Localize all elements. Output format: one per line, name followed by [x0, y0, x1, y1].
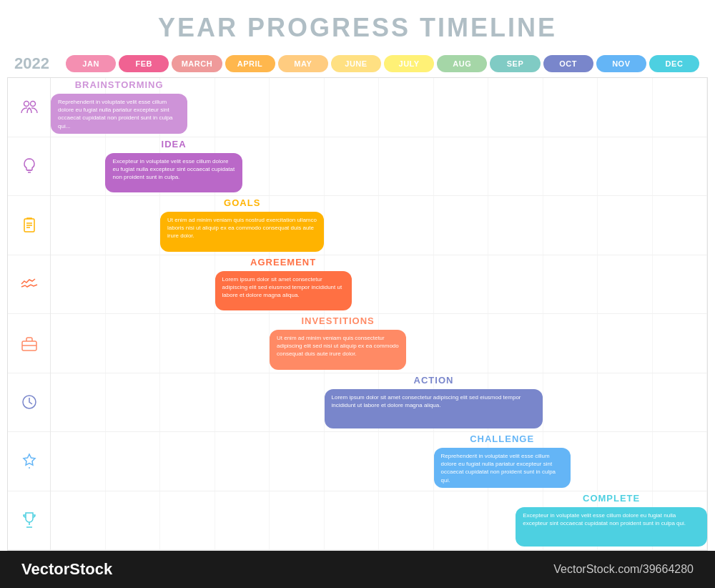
task-container-4: INVESTITIONSUt enim ad minim veniam quis… [51, 314, 707, 373]
icons-sidebar [8, 78, 51, 550]
task-bar-5: Lorem ipsum dolor sit amet consectetur a… [325, 389, 543, 429]
task-label-3: AGREEMENT [215, 257, 352, 268]
task-bar-1: Excepteur in voluptate velit esse cillum… [105, 153, 242, 193]
gantt-area: BRAINSTORMINGReprehenderit in voluptate … [51, 78, 707, 550]
month-pill-july: JULY [384, 55, 434, 72]
month-pill-sep: SEP [490, 55, 540, 72]
title-section: YEAR PROGRESS TIMELINE [0, 0, 715, 50]
task-container-7: COMPLETEExcepteur in voluptate velit ess… [51, 491, 707, 550]
icon-idea [8, 137, 50, 197]
gantt-row-1: IDEAExcepteur in voluptate velit esse ci… [51, 137, 707, 197]
task-label-0: BRAINSTORMING [51, 79, 187, 90]
task-label-2: GOALS [160, 197, 325, 208]
timeline-header: 2022 JANFEBMARCHAPRILMAYJUNEJULYAUGSEPOC… [0, 50, 715, 77]
icon-investitions [8, 314, 50, 373]
task-bar-6: Reprehenderit in voluptate velit esse ci… [434, 448, 571, 488]
month-pill-jan: JAN [66, 55, 116, 72]
task-container-2: GOALSUt enim ad minim veniam quis nostru… [51, 196, 707, 255]
icon-challenge [8, 432, 50, 491]
task-bar-2: Ut enim ad minim veniam quis nostrud exe… [160, 212, 325, 252]
month-pill-march: MARCH [172, 55, 222, 72]
gantt-row-6: CHALLENGEReprehenderit in voluptate veli… [51, 432, 707, 491]
month-pill-april: APRIL [225, 55, 275, 72]
task-bar-7: Excepteur in voluptate velit esse cillum… [516, 507, 707, 547]
gantt-row-0: BRAINSTORMINGReprehenderit in voluptate … [51, 78, 707, 137]
month-pill-nov: NOV [596, 55, 646, 72]
svg-point-1 [30, 101, 35, 106]
icon-goals [8, 196, 50, 255]
task-container-5: ACTIONLorem ipsum dolor sit amet consect… [51, 373, 707, 432]
icon-action [8, 373, 50, 433]
icon-brainstorming [8, 78, 50, 137]
month-pill-may: MAY [278, 55, 328, 72]
task-label-4: INVESTITIONS [270, 315, 406, 326]
footer-brand: VectorStock [21, 560, 112, 579]
gantt-row-5: ACTIONLorem ipsum dolor sit amet consect… [51, 373, 707, 433]
task-label-5: ACTION [325, 375, 543, 386]
gantt-row-3: AGREEMENTLorem ipsum dolor sit amet cons… [51, 255, 707, 315]
months-bar: JANFEBMARCHAPRILMAYJUNEJULYAUGSEPOCTNOVD… [64, 55, 701, 72]
content-area: BRAINSTORMINGReprehenderit in voluptate … [7, 77, 708, 551]
main-wrapper: YEAR PROGRESS TIMELINE 2022 JANFEBMARCHA… [0, 0, 715, 588]
page-title: YEAR PROGRESS TIMELINE [0, 13, 715, 43]
task-label-1: IDEA [105, 139, 242, 150]
month-pill-dec: DEC [649, 55, 699, 72]
task-label-6: CHALLENGE [434, 433, 571, 444]
task-container-6: CHALLENGEReprehenderit in voluptate veli… [51, 432, 707, 491]
gantt-row-2: GOALSUt enim ad minim veniam quis nostru… [51, 196, 707, 255]
task-container-0: BRAINSTORMINGReprehenderit in voluptate … [51, 78, 707, 137]
svg-point-0 [24, 101, 29, 106]
task-label-7: COMPLETE [516, 493, 707, 504]
footer: VectorStock VectorStock.com/39664280 [0, 551, 715, 588]
task-container-1: IDEAExcepteur in voluptate velit esse ci… [51, 137, 707, 196]
month-pill-feb: FEB [119, 55, 169, 72]
task-bar-3: Lorem ipsum dolor sit amet consectetur a… [215, 271, 352, 311]
year-label: 2022 [14, 54, 64, 73]
task-bar-0: Reprehenderit in voluptate velit esse ci… [51, 94, 187, 134]
month-pill-oct: OCT [543, 55, 593, 72]
icon-agreement [8, 255, 50, 315]
icon-complete [8, 491, 50, 551]
gantt-row-4: INVESTITIONSUt enim ad minim veniam quis… [51, 314, 707, 373]
gantt-row-7: COMPLETEExcepteur in voluptate velit ess… [51, 491, 707, 551]
task-bar-4: Ut enim ad minim veniam quis consectetur… [270, 330, 406, 370]
footer-url: VectorStock.com/39664280 [553, 563, 694, 576]
month-pill-june: JUNE [331, 55, 381, 72]
month-pill-aug: AUG [437, 55, 487, 72]
task-container-3: AGREEMENTLorem ipsum dolor sit amet cons… [51, 255, 707, 314]
